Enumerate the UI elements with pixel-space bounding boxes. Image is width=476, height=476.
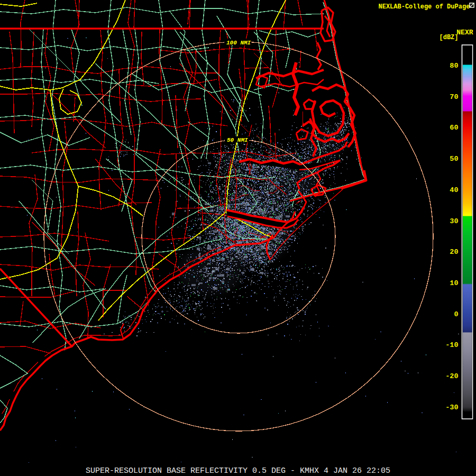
svg-text:30: 30 [450,217,458,225]
svg-text:NEXLAB-College of DuPage: NEXLAB-College of DuPage [379,3,470,11]
svg-text:NEXR: NEXR [456,29,473,36]
svg-text:40: 40 [450,186,458,194]
svg-text:50: 50 [450,155,458,163]
svg-text:0: 0 [454,310,458,318]
svg-text:-30: -30 [445,404,458,411]
svg-text:20: 20 [450,248,458,256]
svg-text:10: 10 [450,279,458,287]
svg-text:-20: -20 [445,372,458,380]
svg-text:SUPER-RESOLUTION BASE REFLECTI: SUPER-RESOLUTION BASE REFLECTIVITY 0.5 D… [86,466,390,475]
svg-text:-10: -10 [445,341,458,349]
svg-text:60: 60 [450,124,458,132]
svg-text:70: 70 [450,93,458,101]
svg-text:[dBZ]: [dBZ] [440,34,459,41]
svg-text:100 NMI: 100 NMI [226,40,251,46]
svg-text:80: 80 [450,62,458,70]
svg-text:50 NMI: 50 NMI [227,137,248,143]
